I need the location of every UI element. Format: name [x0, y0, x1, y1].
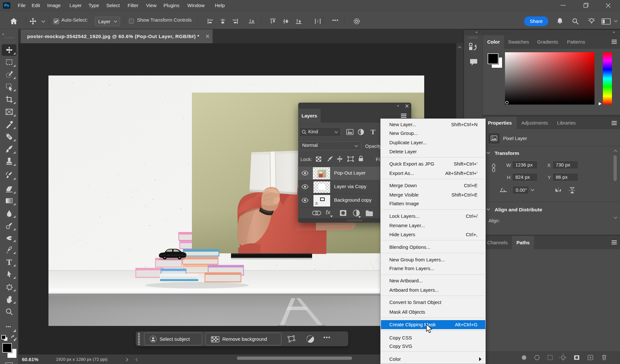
svg-text:T: T	[6, 258, 12, 267]
